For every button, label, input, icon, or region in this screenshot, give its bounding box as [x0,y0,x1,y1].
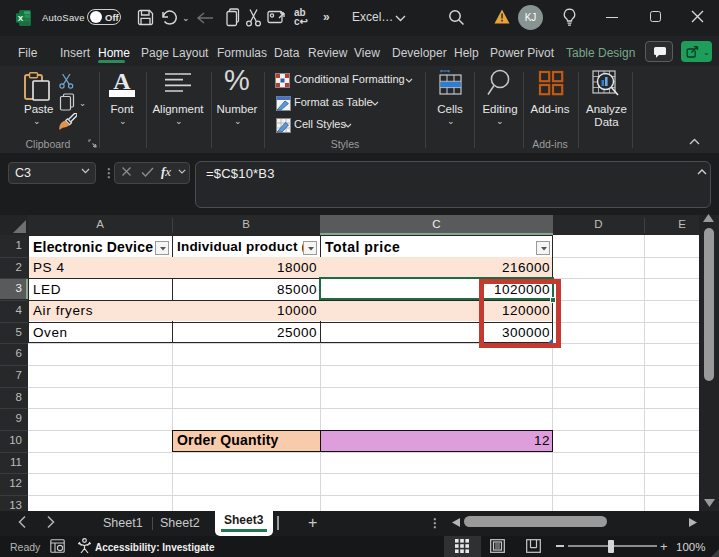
svg-text:X: X [18,14,24,23]
